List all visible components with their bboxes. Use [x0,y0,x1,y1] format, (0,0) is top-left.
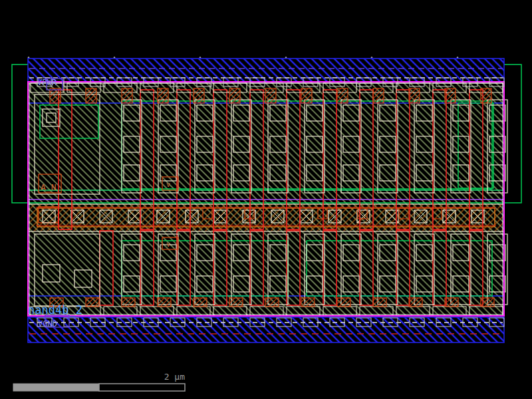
pin-v-bottom-label: v [166,241,170,248]
scale-label: 2 μm [164,372,185,382]
cell-name-label: nand4b_2 [28,303,82,317]
layout-geometry [12,57,521,391]
pin-a-n-label: A_N [41,182,56,192]
pin-v-top-label: v [166,181,170,188]
layout-canvas[interactable]: VPWR nand4b_2 VGND A_N v v 2 μm [0,0,532,399]
layout-viewport[interactable]: VPWR nand4b_2 VGND A_N v v 2 μm [0,0,532,399]
vgnd-label: VGND [38,319,57,329]
vpwr-label: VPWR [37,78,57,87]
